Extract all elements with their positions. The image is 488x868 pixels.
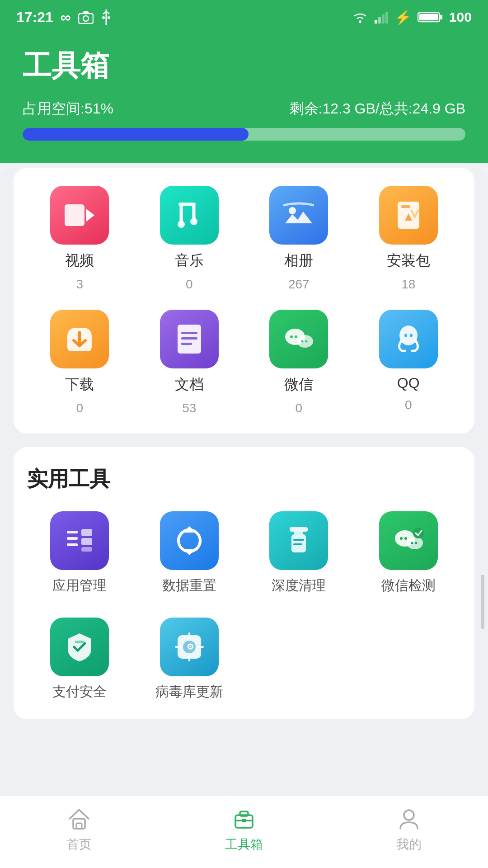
nav-toolbox[interactable]: 工具箱 — [225, 807, 263, 853]
status-bar: 17:21 ∞ — [0, 0, 488, 33]
status-left: 17:21 ∞ — [16, 9, 112, 26]
svg-rect-12 — [385, 12, 388, 24]
svg-point-58 — [415, 542, 417, 544]
svg-point-39 — [410, 334, 413, 337]
qq-icon-wrap — [379, 310, 438, 368]
svg-point-23 — [289, 207, 296, 214]
tool-app-mgr[interactable]: 应用管理 — [27, 511, 132, 595]
photo-label: 相册 — [284, 251, 313, 271]
photo-count: 267 — [288, 277, 310, 292]
music-icon-wrap — [160, 186, 219, 245]
file-item-qq[interactable]: QQ 0 — [356, 310, 461, 415]
svg-rect-30 — [181, 343, 192, 345]
tool-data-reset[interactable]: 数据重置 — [137, 511, 242, 595]
virus-label: 病毒库更新 — [155, 683, 223, 701]
wechat-icon-wrap — [269, 310, 328, 368]
wechat-count: 0 — [295, 401, 302, 415]
svg-text:⚙: ⚙ — [187, 642, 194, 651]
svg-rect-0 — [79, 14, 93, 24]
svg-point-34 — [295, 335, 297, 338]
deep-clean-icon — [269, 511, 328, 570]
nav-home[interactable]: 首页 — [66, 807, 92, 853]
svg-rect-28 — [181, 332, 197, 334]
nav-home-label: 首页 — [66, 836, 92, 853]
svg-point-33 — [290, 335, 293, 338]
virus-icon: ⚙ — [160, 618, 219, 676]
doc-label: 文档 — [175, 375, 204, 395]
svg-rect-41 — [67, 537, 78, 540]
svg-point-57 — [411, 542, 413, 544]
svg-point-8 — [359, 21, 361, 23]
content-area: 视频 3 音乐 0 — [0, 168, 488, 805]
tools-card: 实用工具 应用管理 — [14, 447, 474, 719]
file-item-download[interactable]: 下载 0 — [27, 310, 132, 415]
svg-point-32 — [297, 335, 313, 348]
progress-bar-fill — [23, 128, 249, 141]
download-label: 下载 — [65, 375, 94, 395]
deep-clean-label: 深度清理 — [272, 576, 326, 595]
svg-marker-17 — [86, 209, 94, 222]
wechat-check-label: 微信检测 — [381, 576, 436, 595]
battery-icon — [418, 11, 443, 24]
tool-wechat-check[interactable]: 微信检测 — [356, 511, 461, 595]
bolt-icon: ⚡ — [394, 9, 411, 25]
svg-rect-71 — [240, 811, 248, 816]
download-icon-wrap — [50, 310, 109, 368]
svg-point-56 — [404, 537, 407, 540]
tool-virus[interactable]: ⚙ 病毒库更新 — [137, 618, 242, 701]
svg-rect-49 — [294, 532, 303, 534]
progress-bar-bg — [23, 128, 465, 141]
wechat-check-icon — [379, 511, 438, 570]
wechat-label: 微信 — [284, 375, 313, 395]
svg-point-59 — [413, 528, 424, 538]
file-item-music[interactable]: 音乐 0 — [137, 186, 242, 292]
status-time: 17:21 — [16, 9, 53, 26]
storage-remain: 剩余:12.3 GB/总共:24.9 GB — [290, 99, 465, 119]
svg-rect-16 — [65, 204, 84, 226]
tool-pay-safe[interactable]: 支付安全 — [27, 618, 132, 701]
svg-rect-42 — [67, 543, 78, 546]
tools-title: 实用工具 — [27, 465, 461, 493]
svg-rect-73 — [242, 819, 246, 822]
storage-info: 占用空间:51% 剩余:12.3 GB/总共:24.9 GB — [23, 99, 465, 119]
tool-deep-clean[interactable]: 深度清理 — [246, 511, 352, 595]
nav-profile-label: 我的 — [396, 836, 422, 853]
data-reset-label: 数据重置 — [162, 576, 216, 595]
qq-label: QQ — [397, 375, 420, 392]
file-item-apk[interactable]: 安装包 18 — [356, 186, 461, 292]
svg-rect-10 — [378, 17, 381, 24]
download-count: 0 — [76, 401, 83, 415]
header: 工具箱 占用空间:51% 剩余:12.3 GB/总共:24.9 GB — [0, 33, 488, 163]
svg-point-22 — [190, 218, 197, 225]
file-item-video[interactable]: 视频 3 — [27, 186, 132, 292]
svg-rect-29 — [181, 337, 197, 340]
page-title: 工具箱 — [23, 46, 465, 85]
file-item-wechat[interactable]: 微信 0 — [246, 310, 352, 415]
profile-icon — [397, 807, 421, 831]
svg-rect-48 — [290, 527, 308, 532]
file-grid-card: 视频 3 音乐 0 — [14, 168, 474, 434]
file-item-photo[interactable]: 相册 267 — [246, 186, 352, 292]
svg-point-36 — [305, 340, 308, 343]
nav-toolbox-label: 工具箱 — [225, 836, 263, 853]
app-mgr-label: 应用管理 — [52, 576, 107, 595]
svg-point-35 — [301, 340, 304, 343]
svg-point-1 — [83, 16, 89, 21]
svg-point-7 — [108, 16, 110, 19]
data-reset-icon — [160, 511, 219, 570]
svg-point-74 — [404, 810, 414, 820]
scroll-indicator — [481, 575, 484, 629]
infinity-icon: ∞ — [61, 9, 71, 26]
doc-count: 53 — [182, 401, 196, 415]
nav-profile[interactable]: 我的 — [396, 807, 422, 853]
file-item-doc[interactable]: 文档 53 — [137, 310, 242, 415]
usb-icon — [101, 9, 112, 25]
music-label: 音乐 — [175, 251, 204, 271]
qq-count: 0 — [405, 398, 412, 412]
svg-rect-25 — [401, 205, 410, 208]
svg-rect-44 — [81, 538, 92, 545]
svg-point-55 — [400, 537, 403, 540]
video-icon-wrap — [50, 186, 109, 245]
svg-rect-69 — [76, 823, 82, 829]
svg-rect-15 — [440, 15, 442, 19]
